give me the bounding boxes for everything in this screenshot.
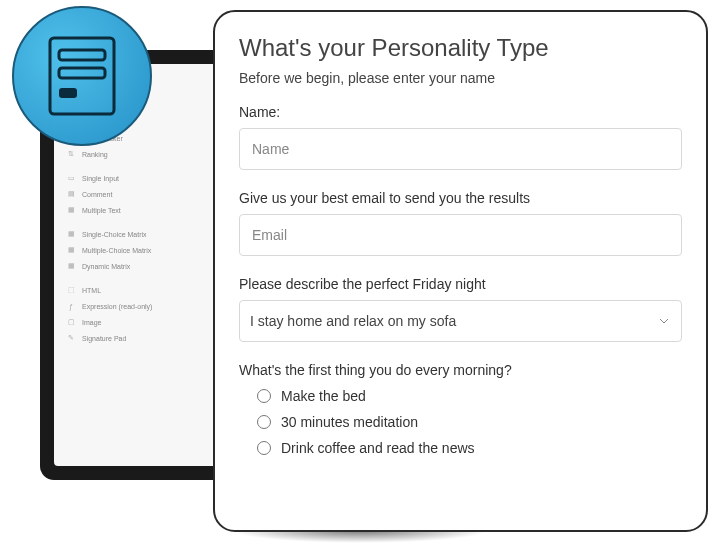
grid-icon: ▦ <box>66 206 76 214</box>
toolbox-label: Dynamic Matrix <box>82 263 130 270</box>
radio-input[interactable] <box>257 441 271 455</box>
email-label: Give us your best email to send you the … <box>239 190 682 206</box>
radio-option[interactable]: 30 minutes meditation <box>257 414 682 430</box>
slider-icon: ⇅ <box>66 150 76 158</box>
html-icon: ⬚ <box>66 286 76 294</box>
name-input[interactable] <box>239 128 682 170</box>
radio-input[interactable] <box>257 389 271 403</box>
radio-label-text: Make the bed <box>281 388 366 404</box>
radio-option[interactable]: Make the bed <box>257 388 682 404</box>
toolbox-label: Signature Pad <box>82 335 126 342</box>
friday-select[interactable]: I stay home and relax on my sofa <box>239 300 682 342</box>
image-icon: ▢ <box>66 318 76 326</box>
radio-label-text: Drink coffee and read the news <box>281 440 475 456</box>
matrix-icon: ▦ <box>66 262 76 270</box>
toolbox-label: Comment <box>82 191 112 198</box>
matrix-icon: ▦ <box>66 230 76 238</box>
app-badge <box>12 6 152 146</box>
svg-rect-3 <box>59 88 77 98</box>
form-document-icon <box>47 35 117 117</box>
toolbox-label: Multiple Text <box>82 207 121 214</box>
toolbox-label: Expression (read-only) <box>82 303 152 310</box>
survey-subtitle: Before we begin, please enter your name <box>239 70 682 86</box>
toolbox-label: Multiple-Choice Matrix <box>82 247 151 254</box>
morning-radio-group: Make the bed 30 minutes meditation Drink… <box>239 388 682 456</box>
signature-icon: ✎ <box>66 334 76 342</box>
input-icon: ▭ <box>66 174 76 182</box>
radio-option[interactable]: Drink coffee and read the news <box>257 440 682 456</box>
textarea-icon: ▤ <box>66 190 76 198</box>
toolbox-label: Ranking <box>82 151 108 158</box>
toolbox-label: Single-Choice Matrix <box>82 231 147 238</box>
svg-rect-1 <box>59 50 105 60</box>
morning-label: What's the first thing you do every morn… <box>239 362 682 378</box>
friday-label: Please describe the perfect Friday night <box>239 276 682 292</box>
email-input[interactable] <box>239 214 682 256</box>
toolbox-label: Single Input <box>82 175 119 182</box>
survey-title: What's your Personality Type <box>239 34 682 62</box>
name-label: Name: <box>239 104 682 120</box>
toolbox-label: HTML <box>82 287 101 294</box>
matrix-icon: ▦ <box>66 246 76 254</box>
radio-label-text: 30 minutes meditation <box>281 414 418 430</box>
fx-icon: ƒ <box>66 302 76 310</box>
toolbox-label: Image <box>82 319 101 326</box>
svg-rect-2 <box>59 68 105 78</box>
survey-card: What's your Personality Type Before we b… <box>213 10 708 532</box>
radio-input[interactable] <box>257 415 271 429</box>
